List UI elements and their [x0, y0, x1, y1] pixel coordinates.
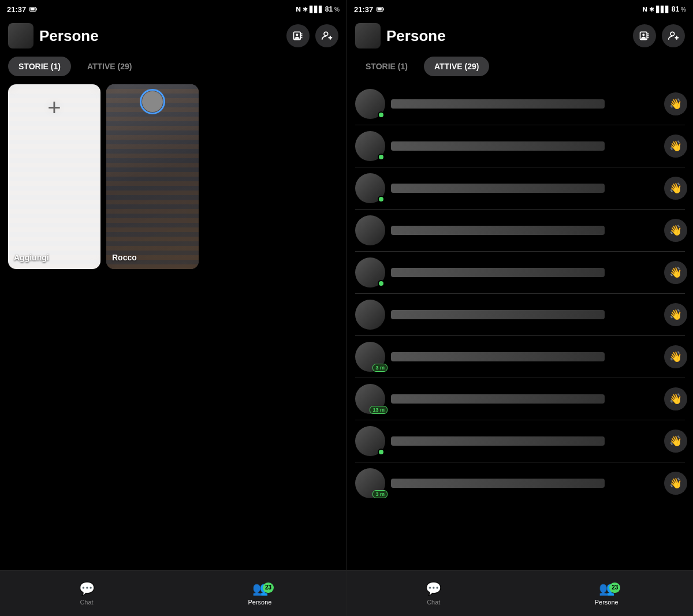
bottom-nav-right: 💬 Chat 23 👥 Persone [347, 570, 693, 616]
persone-label-left: Persone [248, 599, 272, 606]
active-avatar-wrap [355, 173, 385, 203]
persone-badge-right: 23 [609, 583, 620, 593]
battery-icon-left [29, 5, 38, 13]
contacts-button-left[interactable] [286, 24, 310, 47]
active-name-blur [391, 436, 605, 446]
add-person-icon-right [668, 30, 679, 42]
chat-label-right: Chat [427, 599, 440, 606]
active-list-item[interactable]: 13 m👋 [347, 378, 693, 420]
add-story-card[interactable]: + Aggiungi [8, 84, 100, 269]
signal-bars: ▋▋▋ [310, 6, 323, 13]
add-person-icon-left [321, 30, 333, 42]
active-name-area [391, 141, 658, 151]
wave-button[interactable]: 👋 [664, 177, 687, 200]
wave-button[interactable]: 👋 [664, 135, 687, 158]
active-users-list: 👋👋👋👋👋👋3 m👋13 m👋👋3 m👋 [347, 80, 693, 570]
svg-rect-1 [31, 8, 35, 11]
active-list-item[interactable]: 👋 [347, 210, 693, 251]
contacts-button-right[interactable] [633, 24, 656, 47]
time-badge: 13 m [370, 406, 388, 414]
active-list-item[interactable]: 👋 [347, 83, 693, 125]
active-avatar [355, 215, 385, 245]
nav-chat-left[interactable]: 💬 Chat [0, 581, 173, 606]
tab-stories-left[interactable]: STORIE (1) [8, 57, 71, 76]
active-name-blur [391, 268, 605, 277]
chat-icon-right: 💬 [426, 581, 441, 596]
add-person-button-left[interactable] [315, 24, 338, 47]
profile-avatar-left [8, 23, 33, 48]
svg-rect-11 [378, 8, 382, 11]
time-left: 21:37 [7, 5, 26, 14]
active-name-area [391, 436, 658, 446]
online-dot [378, 280, 385, 287]
active-avatar-wrap: 3 m [355, 468, 385, 498]
active-list-item[interactable]: 👋 [347, 125, 693, 167]
wave-button[interactable]: 👋 [664, 219, 687, 242]
status-time-left: 21:37 [7, 5, 38, 14]
bluetooth-icon: ✱ [303, 6, 308, 13]
add-story-label: Aggiungi [14, 253, 49, 262]
left-phone-panel: 21:37 𝗡 ✱ ▋▋▋ 81 % Persone STORIE (1) AT… [0, 0, 346, 616]
header-right: Persone [347, 18, 693, 53]
tab-active-left[interactable]: ATTIVE (29) [77, 57, 143, 76]
contacts-icon-left [292, 30, 304, 42]
nav-persone-left[interactable]: 23 👥 Persone [173, 581, 346, 606]
chat-label-left: Chat [80, 599, 93, 606]
active-name-area [391, 394, 658, 404]
add-person-button-right[interactable] [662, 24, 685, 47]
page-title-left: Persone [39, 27, 281, 45]
online-dot [378, 196, 385, 203]
wave-button[interactable]: 👋 [664, 345, 687, 368]
wave-button[interactable]: 👋 [664, 92, 687, 115]
active-name-blur [391, 99, 605, 109]
active-list-item[interactable]: 👋 [347, 420, 693, 462]
status-time-right: 21:37 [354, 5, 385, 14]
status-icons-right: 𝗡 ✱ ▋▋▋ 81 % [642, 5, 686, 13]
active-list-item[interactable]: 👋 [347, 252, 693, 293]
profile-avatar-right [355, 23, 381, 48]
contacts-icon-right [639, 30, 650, 42]
tab-active-right[interactable]: ATTIVE (29) [424, 57, 490, 76]
tabs-row-right: STORIE (1) ATTIVE (29) [347, 53, 693, 80]
network-icon: 𝗡 [296, 6, 301, 13]
battery-pct-right: 81 [672, 5, 679, 13]
active-name-area [391, 99, 658, 109]
active-avatar [355, 300, 385, 330]
nav-chat-right[interactable]: 💬 Chat [347, 581, 520, 606]
stories-grid-left: + Aggiungi Rocco [8, 84, 338, 269]
svg-point-7 [324, 32, 328, 36]
chat-icon-left: 💬 [79, 581, 95, 596]
battery-icon-right [377, 5, 385, 13]
active-list-item[interactable]: 👋 [347, 167, 693, 209]
nav-persone-right[interactable]: 23 👥 Persone [520, 581, 694, 606]
active-name-blur [391, 184, 605, 193]
wave-button[interactable]: 👋 [664, 430, 687, 453]
persone-label-right: Persone [595, 599, 619, 606]
active-name-area [391, 184, 658, 193]
online-dot [378, 449, 385, 456]
active-name-blur [391, 310, 605, 319]
active-avatar-wrap [355, 426, 385, 456]
tabs-row-left: STORIE (1) ATTIVE (29) [0, 53, 346, 80]
svg-point-3 [296, 33, 298, 36]
active-name-area [391, 226, 658, 235]
time-badge: 3 m [372, 364, 388, 372]
active-list-item[interactable]: 3 m👋 [347, 336, 693, 378]
wave-button[interactable]: 👋 [664, 387, 687, 410]
active-avatar-wrap [355, 215, 385, 245]
user-story-card-rocco[interactable]: Rocco [106, 84, 199, 269]
active-list-item[interactable]: 3 m👋 [347, 462, 693, 504]
tab-stories-right[interactable]: STORIE (1) [355, 57, 418, 76]
online-dot [378, 111, 385, 118]
active-name-area [391, 268, 658, 277]
wave-button[interactable]: 👋 [664, 261, 687, 284]
wave-button[interactable]: 👋 [664, 303, 687, 326]
active-avatar-wrap [355, 131, 385, 161]
header-left: Persone [0, 18, 346, 53]
active-list-item[interactable]: 👋 [347, 294, 693, 335]
active-avatar-wrap [355, 257, 385, 288]
battery-pct-left: 81 [325, 5, 333, 13]
network-icon-r: 𝗡 [642, 6, 647, 13]
wave-button[interactable]: 👋 [664, 472, 687, 495]
signal-bars-r: ▋▋▋ [656, 6, 670, 13]
